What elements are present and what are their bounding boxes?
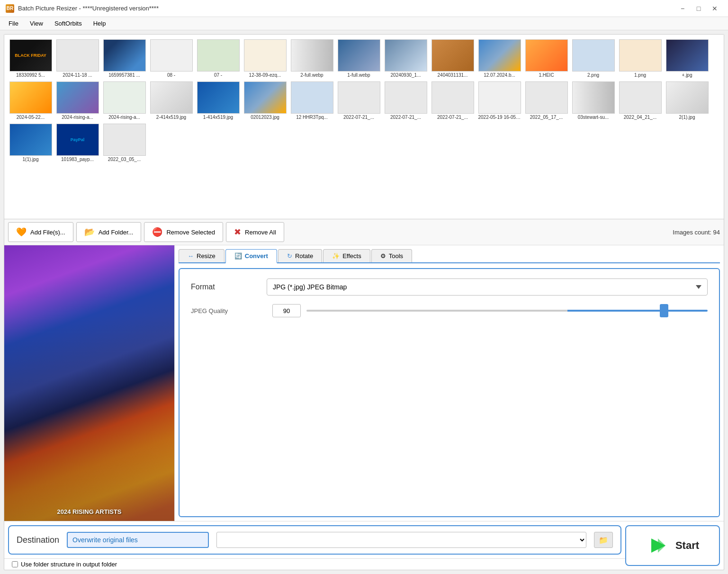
thumbnail-item[interactable]: 12 HHR3Tpq...	[289, 81, 334, 121]
start-button[interactable]: Start	[646, 534, 699, 557]
thumbnail-item[interactable]: 2404031131...	[430, 38, 475, 79]
thumbnail-label: 2022-07-21_...	[338, 115, 380, 120]
thumbnail-image: BLACK FRIDAY	[9, 39, 52, 72]
thumbnail-image	[525, 81, 568, 114]
add-files-button[interactable]: 🧡 Add File(s)...	[8, 222, 73, 242]
preview-label: 2024 RISING ARTISTS	[4, 508, 174, 515]
thumbnail-image	[478, 39, 521, 72]
remove-selected-label: Remove Selected	[166, 229, 215, 236]
thumbnail-image	[9, 81, 52, 114]
menu-softorbits[interactable]: SoftOrbits	[50, 18, 87, 29]
thumbnail-item[interactable]: 07 -	[196, 38, 241, 79]
thumbnail-item[interactable]: 1.HEIC	[524, 38, 569, 79]
thumbnail-image	[666, 81, 709, 114]
tab-resize[interactable]: ↔ Resize	[179, 249, 225, 262]
file-grid[interactable]: BLACK FRIDAY18330992 5...2024-11-18 ...1…	[4, 35, 724, 219]
thumbnail-item[interactable]: 2(1).jpg	[665, 81, 710, 121]
images-count: Images count: 94	[673, 229, 720, 236]
tabs-bar: ↔ Resize 🔄 Convert ↻ Rotate ✨ Effects ⚙	[179, 249, 720, 263]
thumbnail-label: 12 HHR3Tpq...	[291, 115, 333, 120]
add-folder-icon: 📂	[84, 227, 95, 237]
thumbnail-item[interactable]: +.jpg	[665, 38, 710, 79]
tab-effects[interactable]: ✨ Effects	[323, 249, 370, 262]
thumbnail-label: 2022-07-21_...	[385, 115, 427, 120]
minimize-button[interactable]: −	[675, 2, 690, 15]
remove-selected-button[interactable]: ⛔ Remove Selected	[144, 222, 223, 242]
jpeg-quality-label: JPEG Quality	[191, 307, 267, 314]
thumbnail-label: 2(1).jpg	[666, 115, 709, 120]
thumbnail-image	[103, 81, 146, 114]
thumbnail-image	[291, 81, 333, 114]
tab-rotate[interactable]: ↻ Rotate	[278, 249, 322, 262]
folder-structure-label: Use folder structure in output folder	[21, 561, 117, 568]
destination-label: Destination	[17, 535, 59, 545]
thumbnail-item[interactable]: 2022-07-21_...	[430, 81, 475, 121]
remove-all-button[interactable]: ✖ Remove All	[226, 222, 284, 242]
thumbnail-item[interactable]: 2022_05_17_...	[524, 81, 569, 121]
tab-convert[interactable]: 🔄 Convert	[225, 249, 277, 263]
thumbnail-item[interactable]: 08 -	[149, 38, 194, 79]
menu-help[interactable]: Help	[89, 18, 111, 29]
thumbnail-item[interactable]: 2022-05-19 16-05-59	[477, 81, 522, 121]
start-icon	[646, 534, 669, 557]
folder-structure-checkbox[interactable]	[12, 561, 18, 567]
destination-combo[interactable]	[216, 532, 586, 548]
browse-button[interactable]: 📁	[594, 532, 613, 548]
thumbnail-item[interactable]: 20240930_1...	[383, 38, 428, 79]
svg-marker-1	[658, 538, 665, 553]
jpeg-quality-slider[interactable]	[306, 310, 708, 312]
thumbnail-image	[150, 39, 193, 72]
thumbnail-item[interactable]: 12-38-09-ezq...	[243, 38, 288, 79]
thumbnail-image	[244, 81, 287, 114]
menu-view[interactable]: View	[25, 18, 48, 29]
thumbnail-item[interactable]: 1659957381 ...	[102, 38, 147, 79]
thumbnail-image: PayPal	[56, 124, 99, 156]
thumbnail-item[interactable]: 2024-rising-a...	[102, 81, 147, 121]
thumbnail-label: 2404031131...	[431, 72, 474, 78]
thumbnail-item[interactable]: 2024-rising-a...	[55, 81, 100, 121]
thumbnail-item[interactable]: 2022-07-21_...	[336, 81, 381, 121]
thumbnail-item[interactable]: 1(1).jpg	[8, 123, 53, 163]
thumbnail-label: 1-414x519.jpg	[197, 115, 240, 120]
main-window: BLACK FRIDAY18330992 5...2024-11-18 ...1…	[4, 34, 724, 570]
tools-icon: ⚙	[380, 252, 386, 260]
maximize-button[interactable]: □	[691, 2, 706, 15]
thumbnail-item[interactable]: 2022-07-21_...	[383, 81, 428, 121]
add-files-label: Add File(s)...	[30, 229, 65, 236]
thumbnail-item[interactable]: 1.png	[618, 38, 663, 79]
thumbnail-item[interactable]: 2022_04_21_...	[618, 81, 663, 121]
thumbnail-item[interactable]: 2-414x519.jpg	[149, 81, 194, 121]
add-folder-button[interactable]: 📂 Add Folder...	[76, 222, 142, 242]
thumbnail-label: 1659957381 ...	[103, 72, 146, 78]
bottom-area: Destination 📁 Use folder structure in ou…	[4, 521, 724, 570]
thumbnail-label: 1.png	[619, 72, 662, 78]
thumbnail-image	[525, 39, 568, 72]
thumbnail-item[interactable]: PayPal101983_payp...	[55, 123, 100, 163]
thumbnail-item[interactable]: 2024-05-22...	[8, 81, 53, 121]
thumbnail-item[interactable]: 2022_03_05_...	[102, 123, 147, 163]
thumbnail-item[interactable]: 1-414x519.jpg	[196, 81, 241, 121]
thumbnail-item[interactable]: 1-full.webp	[336, 38, 381, 79]
thumbnail-label: 07 -	[197, 72, 240, 78]
add-files-icon: 🧡	[16, 227, 27, 237]
close-button[interactable]: ✕	[707, 2, 722, 15]
menu-file[interactable]: File	[4, 18, 23, 29]
destination-input[interactable]	[67, 532, 209, 548]
thumbnail-item[interactable]: 2-full.webp	[289, 38, 334, 79]
format-select[interactable]: JPG (*.jpg) JPEG Bitmap PNG (*.png) Port…	[267, 278, 708, 296]
thumbnail-image	[572, 81, 615, 114]
thumbnail-label: 2022_03_05_...	[103, 157, 146, 162]
tab-tools[interactable]: ⚙ Tools	[371, 249, 412, 262]
thumbnail-item[interactable]: BLACK FRIDAY18330992 5...	[8, 38, 53, 79]
thumbnail-image	[9, 124, 52, 156]
thumbnail-label: 2022_04_21_...	[619, 115, 662, 120]
thumbnail-item[interactable]: 2.png	[571, 38, 616, 79]
thumbnail-item[interactable]: 12.07.2024.b...	[477, 38, 522, 79]
thumbnail-item[interactable]: 03stewart-su...	[571, 81, 616, 121]
thumbnail-item[interactable]: 02012023.jpg	[243, 81, 288, 121]
thumbnail-item[interactable]: 2024-11-18 ...	[55, 38, 100, 79]
thumbnail-label: 08 -	[150, 72, 193, 78]
jpeg-quality-input[interactable]	[272, 304, 301, 317]
thumbnail-image	[385, 39, 427, 72]
menu-bar: File View SoftOrbits Help	[0, 17, 728, 30]
